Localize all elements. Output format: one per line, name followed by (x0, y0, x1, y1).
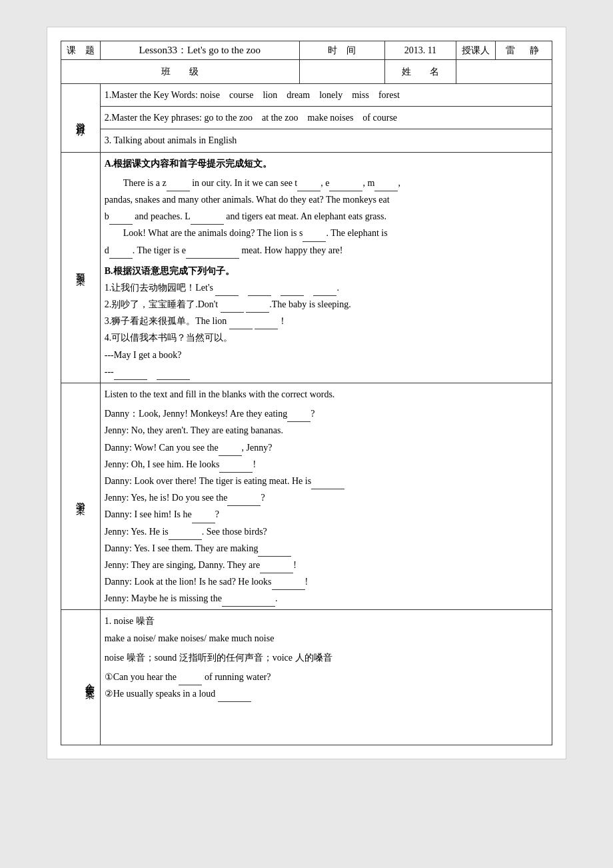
part-a-line1: There is a z in our city. In it we can s… (105, 175, 548, 191)
preview-label-text: 预习案 (75, 265, 87, 269)
study-goals-label: 学习目标 (61, 84, 101, 153)
part-a-line4: Look! What are the animals doing? The li… (105, 225, 548, 241)
blank-b4-1[interactable] (114, 369, 147, 380)
goal2-row: 2.Master the Key phrases: go to the zoo … (61, 107, 552, 129)
dialog-line-8: Danny: Yes. I see them. They are making (105, 540, 548, 557)
blank-e2[interactable] (186, 248, 239, 259)
part-a-line2: pandas, snakes and many other animals. W… (105, 191, 548, 208)
blank-m[interactable] (374, 181, 398, 191)
blank-b3-2[interactable] (255, 319, 278, 329)
study-case-row: 学习案 Listen to the text and fill in the b… (61, 383, 552, 610)
blank-z[interactable] (167, 181, 190, 191)
blank-d5[interactable] (227, 495, 261, 506)
blank-b1-1[interactable] (215, 285, 239, 296)
header-row: 课 题 Lesson33：Let's go to the zoo 时 间 201… (61, 41, 552, 60)
blank-b1-4[interactable] (313, 285, 336, 296)
class-input[interactable] (299, 60, 384, 84)
time-value: 2013. 11 (384, 41, 456, 60)
cooperation-row: 合作探究案 1. noise 噪音 make a noise/ make noi… (61, 610, 552, 745)
coop-line5: ②He usually speaks in a loud (105, 685, 548, 702)
blank-d0[interactable] (287, 411, 310, 422)
coop-spacer (105, 702, 548, 742)
blank-t[interactable] (297, 181, 320, 191)
part-a-line5: d. The tiger is e meat. How happy they a… (105, 242, 548, 259)
goal2-cell: 2.Master the Key phrases: go to the zoo … (100, 107, 552, 129)
coop-line4: ①Can you hear the of running water? (105, 669, 548, 685)
part-a-title: A.根据课文内容和首字母提示完成短文。 (105, 155, 548, 172)
blank-b3-1[interactable] (229, 319, 253, 329)
preview-row: 预习案 A.根据课文内容和首字母提示完成短文。 There is a z in … (61, 152, 552, 383)
lesson-label: 课 题 (61, 41, 101, 60)
blank-d7[interactable] (169, 529, 202, 540)
cooperation-label: 合作探究案 (61, 610, 101, 745)
dialog-line-1: Jenny: No, they aren't. They are eating … (105, 422, 548, 439)
blank-d6[interactable] (192, 513, 215, 523)
b2-line: 2.别吵了，宝宝睡着了.Don't .The baby is sleeping. (105, 296, 548, 313)
dialog-line-7: Jenny: Yes. He is. See those birds? (105, 523, 548, 540)
study-goals-row: 学习目标 1.Master the Key Words: noise cours… (61, 84, 552, 107)
b4-q: ---May I get a book? (105, 347, 548, 363)
study-case-label: 学习案 (61, 383, 101, 610)
blank-c2[interactable] (218, 691, 251, 702)
blank-b2-2[interactable] (246, 302, 269, 313)
cooperation-content: 1. noise 噪音 make a noise/ make noises/ m… (100, 610, 552, 745)
blank-b1-2[interactable] (248, 285, 271, 296)
goal3-cell: 3. Talking about animals in English (100, 129, 552, 152)
goal1-cell: 1.Master the Key Words: noise course lio… (100, 84, 552, 107)
study-case-content: Listen to the text and fill in the blank… (100, 383, 552, 610)
name-label: 姓 名 (384, 60, 456, 84)
b1-line: 1.让我们去动物园吧！Let's . (105, 279, 548, 296)
blank-b1-3[interactable] (281, 285, 304, 296)
b4-a: --- (105, 363, 548, 380)
dialog-line-11: Jenny: Maybe he is missing the. (105, 590, 548, 607)
coop-line1: 1. noise 噪音 (105, 613, 548, 629)
goal3-row: 3. Talking about animals in English (61, 129, 552, 152)
lesson-title: Lesson33：Let's go to the zoo (100, 41, 299, 60)
b3-line: 3.狮子看起来很孤单。The lion ！ (105, 313, 548, 329)
main-table: 课 题 Lesson33：Let's go to the zoo 时 间 201… (61, 41, 552, 745)
blank-l[interactable] (191, 214, 224, 225)
blank-b2-1[interactable] (221, 302, 244, 313)
blank-d9[interactable] (260, 563, 293, 573)
name-input[interactable] (456, 60, 552, 84)
cooperation-label-text: 合作探究案 (84, 676, 96, 683)
dialog-line-9: Jenny: They are singing, Danny. They are… (105, 557, 548, 573)
dialog-line-0: Danny：Look, Jenny! Monkeys! Are they eat… (105, 405, 548, 422)
info-row: 班 级 姓 名 (61, 60, 552, 84)
study-case-label-text: 学习案 (75, 495, 87, 499)
blank-d10[interactable] (272, 579, 305, 590)
blank-c1[interactable] (179, 675, 202, 685)
blank-d8[interactable] (258, 546, 291, 557)
study-case-intro: Listen to the text and fill in the blank… (105, 386, 548, 403)
dialog-line-3: Jenny: Oh, I see him. He looks! (105, 456, 548, 473)
coop-line3: noise 噪音；sound 泛指听到的任何声音；voice 人的嗓音 (105, 649, 548, 666)
blank-d11[interactable] (222, 596, 275, 607)
blank-e[interactable] (329, 181, 362, 191)
dialog-line-5: Jenny: Yes, he is! Do you see the? (105, 489, 548, 506)
dialog-line-10: Danny: Look at the lion! Is he sad? He l… (105, 573, 548, 590)
preview-content: A.根据课文内容和首字母提示完成短文。 There is a z in our … (100, 152, 552, 383)
blank-d3[interactable] (219, 462, 253, 473)
dialog-line-2: Danny: Wow! Can you see the, Jenny? (105, 439, 548, 456)
b4-line: 4.可以借我本书吗？当然可以。 (105, 329, 548, 346)
part-a-line3: b and peaches. L and tigers eat meat. An… (105, 208, 548, 225)
blank-d4[interactable] (311, 479, 344, 489)
dialog-line-4: Danny: Look over there! The tiger is eat… (105, 473, 548, 489)
preview-label: 预习案 (61, 152, 101, 383)
part-b-title: B.根据汉语意思完成下列句子。 (105, 263, 548, 279)
blank-b[interactable] (109, 214, 133, 225)
page: 课 题 Lesson33：Let's go to the zoo 时 间 201… (47, 27, 566, 759)
time-label: 时 间 (299, 41, 384, 60)
class-label: 班 级 (61, 60, 300, 84)
blank-d2[interactable] (219, 445, 242, 456)
dialog-line-6: Danny: I see him! Is he? (105, 506, 548, 523)
study-goals-label-text: 学习目标 (75, 115, 87, 121)
coop-line2: make a noise/ make noises/ make much noi… (105, 630, 548, 647)
teacher-label: 授课人 (456, 41, 495, 60)
blank-b4-2[interactable] (157, 369, 190, 380)
blank-d[interactable] (109, 248, 133, 259)
blank-s[interactable] (303, 231, 326, 242)
teacher-name: 雷 静 (495, 41, 552, 60)
